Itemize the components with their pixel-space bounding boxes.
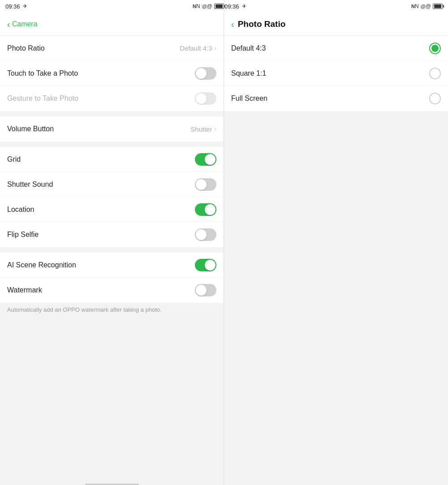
full-screen-radio[interactable] [429,93,441,104]
touch-photo-toggle[interactable] [195,67,216,80]
back-chevron-icon: ‹ [7,20,10,29]
ai-section: AI Scene Recognition Watermark [0,253,224,303]
photo-ratio-label: Photo Ratio [7,44,180,52]
watermark-row[interactable]: Watermark [0,278,224,303]
photo-ratio-nav-bar: ‹ Photo Ratio [224,13,448,36]
left-status-bar: 09:36 ✈ N @ [5,0,224,13]
grid-toggle[interactable] [195,153,216,166]
volume-button-chevron-icon: › [214,125,216,133]
right-time: 09:36 [224,3,239,10]
ai-scene-label: AI Scene Recognition [7,261,195,269]
default-4-3-radio[interactable] [429,43,441,54]
gesture-photo-label: Gesture to Take Photo [7,94,195,103]
camera-nav-bar: ‹ Camera [0,13,224,36]
section-gap-1 [0,111,224,116]
right-airplane-icon: ✈ [242,3,246,9]
location-label: Location [7,206,195,214]
section-gap-3 [0,247,224,253]
photo-ratio-options-section: Default 4:3 Square 1:1 Full Screen [224,36,448,111]
photo-ratio-back-button[interactable]: ‹ [231,20,234,29]
volume-button-label: Volume Button [7,125,190,133]
scroll-bar [85,484,139,485]
flip-selfie-row[interactable]: Flip Selfie [0,222,224,247]
full-screen-row[interactable]: Full Screen [224,86,448,111]
square-1-1-radio[interactable] [429,68,441,79]
location-toggle[interactable] [195,203,216,216]
left-nfc-icon: N [193,3,200,9]
photo-ratio-chevron-icon: › [214,44,216,52]
right-at-icon: @ [421,3,431,9]
watermark-toggle-knob [196,285,207,296]
square-1-1-row[interactable]: Square 1:1 [224,61,448,86]
watermark-toggle[interactable] [195,284,216,296]
volume-section: Volume Button Shutter › [0,116,224,142]
right-status-bar: 09:36 ✈ N @ [224,0,443,13]
square-1-1-label: Square 1:1 [231,69,429,77]
default-4-3-radio-inner [431,45,439,52]
ai-scene-toggle[interactable] [195,259,216,271]
main-content: ‹ Camera Photo Ratio Default 4:3 › Touch… [0,13,448,485]
watermark-label: Watermark [7,286,195,294]
photo-ratio-row[interactable]: Photo Ratio Default 4:3 › [0,36,224,61]
flip-selfie-toggle[interactable] [195,228,216,241]
left-time: 09:36 [5,3,20,10]
photo-ratio-value: Default 4:3 [180,44,212,52]
gesture-photo-toggle [195,92,216,105]
ai-scene-row[interactable]: AI Scene Recognition [0,253,224,278]
left-airplane-icon: ✈ [23,3,27,9]
back-button[interactable]: ‹ Camera [7,20,38,29]
watermark-description: Automatically add an OPPO watermark afte… [0,303,224,318]
status-bar: 09:36 ✈ N @ 09:36 ✈ N @ [0,0,448,13]
photo-ratio-title: Photo Ratio [238,19,286,29]
volume-button-row[interactable]: Volume Button Shutter › [0,116,224,142]
gesture-photo-row: Gesture to Take Photo [0,86,224,111]
right-panel: ‹ Photo Ratio Default 4:3 Square 1:1 Ful… [224,13,448,485]
location-row[interactable]: Location [0,197,224,222]
full-screen-label: Full Screen [231,94,429,103]
shutter-sound-row[interactable]: Shutter Sound [0,172,224,197]
flip-selfie-label: Flip Selfie [7,231,195,239]
left-battery-icon [214,4,224,9]
grid-toggle-knob [205,154,215,165]
other-settings-section: Grid Shutter Sound Location Flip Selfie [0,147,224,247]
ai-scene-toggle-knob [205,260,215,270]
default-4-3-row[interactable]: Default 4:3 [224,36,448,61]
shutter-sound-toggle[interactable] [195,178,216,191]
default-4-3-label: Default 4:3 [231,44,429,52]
gesture-photo-toggle-knob [196,93,207,104]
back-label: Camera [12,20,38,28]
left-status-icons: N @ [193,3,224,9]
touch-photo-row[interactable]: Touch to Take a Photo [0,61,224,86]
photo-settings-section: Photo Ratio Default 4:3 › Touch to Take … [0,36,224,111]
flip-selfie-toggle-knob [196,229,207,240]
grid-label: Grid [7,155,195,163]
grid-row[interactable]: Grid [0,147,224,172]
shutter-sound-toggle-knob [196,179,207,190]
photo-ratio-back-chevron-icon: ‹ [231,20,234,29]
scroll-indicator [0,483,224,485]
touch-photo-label: Touch to Take a Photo [7,69,195,77]
left-at-icon: @ [202,3,212,9]
location-toggle-knob [205,204,215,215]
section-gap-2 [0,142,224,147]
shutter-sound-label: Shutter Sound [7,180,195,189]
volume-button-value: Shutter [190,125,212,133]
right-status-icons: N @ [411,3,443,9]
right-nfc-icon: N [411,3,419,9]
touch-photo-toggle-knob [196,68,207,79]
right-battery-icon [433,4,443,9]
left-panel: ‹ Camera Photo Ratio Default 4:3 › Touch… [0,13,224,485]
